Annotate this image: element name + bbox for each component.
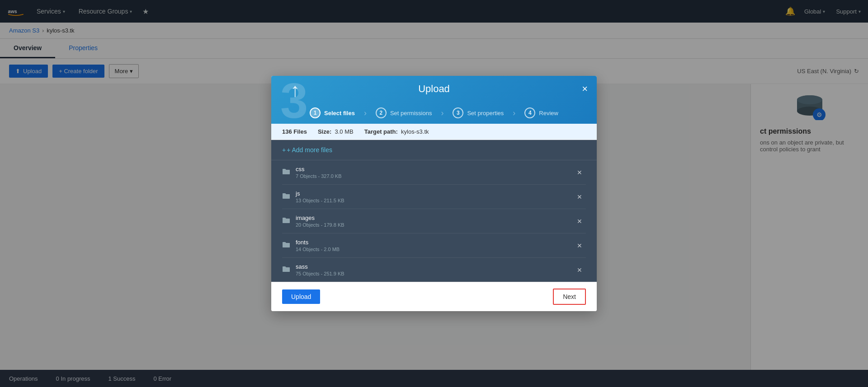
file-meta: 13 Objects - 211.5 KB — [296, 198, 573, 203]
file-name: sass — [296, 263, 573, 270]
file-remove-button[interactable]: ✕ — [573, 167, 586, 178]
step-2-circle: 2 — [376, 107, 387, 118]
plus-icon: + — [282, 146, 286, 154]
wizard-step-2[interactable]: 2 Set permissions — [367, 102, 441, 124]
file-list: css 7 Objects - 327.0 KB ✕ js 13 Objects… — [271, 160, 597, 282]
modal-title-row: Upload — [282, 83, 586, 95]
folder-icon — [282, 168, 290, 177]
file-name: fonts — [296, 239, 573, 246]
file-info: js 13 Objects - 211.5 KB — [296, 190, 573, 203]
modal-overlay: 3 ↑ Upload × 1 Select files › 2 — [0, 0, 868, 387]
file-remove-button[interactable]: ✕ — [573, 265, 586, 275]
modal-info-bar: 136 Files Size: 3.0 MB Target path: kylo… — [271, 124, 597, 140]
file-meta: 75 Objects - 251.9 KB — [296, 271, 573, 276]
file-meta: 7 Objects - 327.0 KB — [296, 173, 573, 179]
file-meta: 20 Objects - 179.8 KB — [296, 222, 573, 228]
file-info: fonts 14 Objects - 2.0 MB — [296, 239, 573, 252]
file-name: js — [296, 190, 573, 197]
wizard-step-3[interactable]: 3 Set properties — [443, 102, 513, 124]
target-path: Target path: kylos-s3.tk — [364, 128, 429, 135]
folder-icon — [282, 192, 290, 201]
add-more-row: + + Add more files — [271, 140, 597, 160]
wizard-step-4[interactable]: 4 Review — [515, 102, 567, 124]
step-1-circle: 1 — [310, 107, 321, 118]
file-remove-button[interactable]: ✕ — [573, 240, 586, 251]
file-item: images 20 Objects - 179.8 KB ✕ — [282, 209, 586, 233]
modal-next-button[interactable]: Next — [553, 289, 586, 305]
upload-modal: 3 ↑ Upload × 1 Select files › 2 — [271, 76, 597, 311]
file-remove-button[interactable]: ✕ — [573, 191, 586, 202]
file-info: images 20 Objects - 179.8 KB — [296, 214, 573, 228]
file-item: fonts 14 Objects - 2.0 MB ✕ — [282, 233, 586, 258]
step-4-circle: 4 — [524, 107, 535, 118]
file-name: images — [296, 214, 573, 221]
folder-icon — [282, 241, 290, 250]
modal-close-button[interactable]: × — [582, 83, 588, 95]
folder-icon — [282, 217, 290, 226]
file-name: css — [296, 166, 573, 173]
file-info: css 7 Objects - 327.0 KB — [296, 166, 573, 179]
modal-footer: Upload Next — [271, 282, 597, 311]
step-3-circle: 3 — [453, 107, 463, 118]
modal-title: Upload — [418, 83, 450, 95]
modal-body: + + Add more files css 7 Objects - 327.0… — [271, 140, 597, 282]
files-count: 136 Files — [282, 128, 307, 135]
wizard-steps: 1 Select files › 2 Set permissions › 3 — [282, 102, 586, 124]
file-item: js 13 Objects - 211.5 KB ✕ — [282, 185, 586, 209]
file-info: sass 75 Objects - 251.9 KB — [296, 263, 573, 276]
file-remove-button[interactable]: ✕ — [573, 216, 586, 227]
size-info: Size: 3.0 MB — [318, 128, 354, 135]
file-meta: 14 Objects - 2.0 MB — [296, 247, 573, 252]
modal-header: 3 ↑ Upload × 1 Select files › 2 — [271, 76, 597, 124]
modal-upload-button[interactable]: Upload — [282, 289, 320, 304]
wizard-step-1[interactable]: 1 Select files — [301, 102, 364, 124]
add-more-files-button[interactable]: + + Add more files — [282, 146, 332, 154]
file-item: css 7 Objects - 327.0 KB ✕ — [282, 160, 586, 185]
file-item: sass 75 Objects - 251.9 KB ✕ — [282, 258, 586, 282]
folder-icon — [282, 266, 290, 275]
